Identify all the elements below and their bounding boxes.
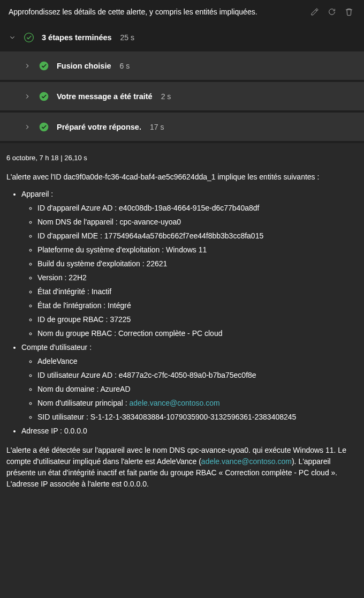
- chevron-right-icon[interactable]: [24, 62, 31, 70]
- svg-point-0: [25, 33, 34, 42]
- entity-list: Appareil : ID d'appareil Azure AD : e40c…: [6, 190, 358, 435]
- device-heading: Appareil :: [21, 190, 53, 198]
- step-row[interactable]: Votre message a été traité 2 s: [0, 82, 364, 110]
- device-rbac-name: Nom du groupe RBAC : Correction complète…: [37, 329, 358, 338]
- device-azure-ad-id: ID d'appareil Azure AD : e40c08db-19a8-4…: [37, 204, 358, 212]
- step-row[interactable]: Fusion choisie 6 s: [0, 51, 364, 80]
- device-details: ID d'appareil Azure AD : e40c08db-19a8-4…: [21, 204, 358, 338]
- user-section: Compte d'utilisateur : AdeleVance ID uti…: [21, 343, 358, 421]
- user-details: AdeleVance ID utilisateur Azure AD : e48…: [21, 357, 358, 421]
- check-circle-icon: [24, 32, 34, 43]
- footer-link[interactable]: adele.vance@contoso.com: [201, 457, 292, 466]
- step-label: Préparé votre réponse.: [57, 123, 141, 131]
- device-dns: Nom DNS de l'appareil : cpc-avance-uyoa0: [37, 218, 358, 226]
- user-heading: Compte d'utilisateur :: [21, 343, 92, 352]
- check-circle-filled-icon: [39, 122, 49, 132]
- check-circle-filled-icon: [39, 61, 49, 71]
- user-upn-label: Nom d'utilisateur principal :: [37, 399, 130, 407]
- user-name: AdeleVance: [37, 357, 358, 365]
- device-onboarding: État de l'intégration : Intégré: [37, 301, 358, 310]
- chevron-down-icon[interactable]: [9, 34, 16, 41]
- device-health: État d'intégrité : Inactif: [37, 287, 358, 296]
- device-mde-id: ID d'appareil MDE : 17754964a4a576bc662f…: [37, 231, 358, 240]
- steps-summary-label: 3 étapes terminées: [42, 33, 112, 42]
- user-azure-ad-id: ID utilisateur Azure AD : e4877a2c-c7fc-…: [37, 371, 358, 379]
- step-time: 2 s: [161, 92, 171, 101]
- step-time: 6 s: [120, 62, 130, 70]
- device-os-platform: Plateforme du système d'exploitation : W…: [37, 245, 358, 254]
- step-row[interactable]: Préparé votre réponse. 17 s: [0, 113, 364, 141]
- check-circle-filled-icon: [39, 91, 49, 102]
- svg-point-3: [40, 123, 49, 132]
- device-os-build: Build du système d'exploitation : 22621: [37, 259, 358, 268]
- footer-paragraph: L'alerte a été détectée sur l'appareil a…: [6, 445, 358, 490]
- chevron-right-icon[interactable]: [24, 93, 31, 100]
- timestamp: 6 octobre, 7 h 18 | 26,10 s: [6, 154, 358, 162]
- user-sid: SID utilisateur : S-1-12-1-3834083884-10…: [37, 413, 358, 421]
- header-actions: [310, 8, 355, 16]
- user-upn-link[interactable]: adele.vance@contoso.com: [130, 399, 220, 407]
- header-title: Approfondissez les détails de cette aler…: [9, 8, 310, 16]
- steps-summary-time: 25 s: [120, 33, 134, 42]
- step-label: Fusion choisie: [57, 62, 111, 70]
- response-body: 6 octobre, 7 h 18 | 26,10 s L'alerte ave…: [0, 143, 364, 496]
- steps-summary-row[interactable]: 3 étapes terminées 25 s: [0, 24, 364, 51]
- user-upn: Nom d'utilisateur principal : adele.vanc…: [37, 399, 358, 407]
- device-section: Appareil : ID d'appareil Azure AD : e40c…: [21, 190, 358, 338]
- header-bar: Approfondissez les détails de cette aler…: [0, 0, 364, 24]
- device-rbac-id: ID de groupe RBAC : 37225: [37, 315, 358, 324]
- user-domain: Nom du domaine : AzureAD: [37, 385, 358, 393]
- svg-point-1: [40, 62, 49, 71]
- edit-icon[interactable]: [310, 8, 319, 16]
- step-label: Votre message a été traité: [57, 92, 153, 101]
- steps-list: Fusion choisie 6 s Votre message a été t…: [0, 51, 364, 143]
- intro-text: L'alerte avec l'ID dac9f0a0de-fc36-4cad-…: [6, 171, 358, 182]
- svg-point-2: [40, 92, 49, 101]
- ip-section: Adresse IP : 0.0.0.0: [21, 427, 358, 435]
- chevron-right-icon[interactable]: [24, 123, 31, 131]
- delete-icon[interactable]: [345, 8, 353, 16]
- refresh-icon[interactable]: [328, 8, 336, 16]
- step-time: 17 s: [150, 123, 164, 131]
- device-version: Version : 22H2: [37, 273, 358, 282]
